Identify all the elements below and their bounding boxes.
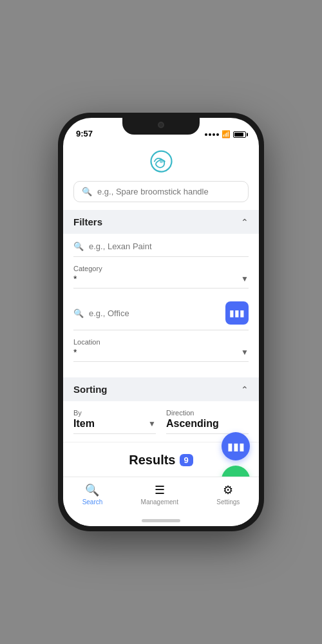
category-value: * xyxy=(73,274,77,284)
category-arrow-icon: ▼ xyxy=(241,274,249,283)
location-search-row[interactable]: 🔍 ▮▮▮ xyxy=(73,301,249,330)
wifi-icon: 📶 xyxy=(222,130,231,138)
sort-direction-label: Direction xyxy=(166,409,249,417)
search-nav-label: Search xyxy=(82,498,103,506)
sort-by-arrow-icon: ▼ xyxy=(148,419,156,428)
nav-settings[interactable]: ⚙ Settings xyxy=(216,483,240,506)
nav-management[interactable]: ☰ Management xyxy=(141,483,178,506)
notch xyxy=(122,118,200,135)
phone-frame: 9:57 📶 xyxy=(58,113,264,531)
svg-point-1 xyxy=(159,160,162,163)
bottom-nav: 🔍 Search ☰ Management ⚙ Settings xyxy=(63,477,259,516)
phone-screen: 9:57 📶 xyxy=(63,118,259,526)
results-label: Results xyxy=(129,453,175,468)
status-time: 9:57 xyxy=(76,129,93,138)
main-search-input[interactable] xyxy=(97,187,240,196)
location-arrow-icon: ▼ xyxy=(241,348,249,357)
results-count-badge: 9 xyxy=(180,454,193,466)
sorting-title: Sorting xyxy=(73,384,108,395)
logo-area xyxy=(63,141,259,181)
location-search-input[interactable] xyxy=(89,308,220,318)
search-nav-icon: 🔍 xyxy=(85,483,99,497)
battery-icon xyxy=(233,131,246,138)
signal-icon xyxy=(205,133,219,136)
management-nav-label: Management xyxy=(141,498,178,506)
scroll-area: 🔍 Filters ⌃ 🔍 Category * xyxy=(63,141,259,477)
location-search-icon: 🔍 xyxy=(73,308,84,318)
location-value: * xyxy=(73,347,77,357)
settings-nav-label: Settings xyxy=(216,498,240,506)
nav-search[interactable]: 🔍 Search xyxy=(82,483,103,506)
sort-by-field: By Item ▼ xyxy=(73,409,156,434)
results-area: Results 9 ▮▮▮ + xyxy=(63,442,259,477)
barcode-fab-button[interactable]: ▮▮▮ xyxy=(222,432,250,460)
status-icons: 📶 xyxy=(205,130,246,138)
main-search-bar[interactable]: 🔍 xyxy=(73,181,249,202)
management-nav-icon: ☰ xyxy=(155,483,165,497)
filters-body: 🔍 Category * ▼ 🔍 xyxy=(63,234,259,377)
camera xyxy=(158,122,164,128)
sort-direction-value: Ascending xyxy=(166,418,219,430)
add-item-fab-button[interactable]: + xyxy=(222,466,250,477)
item-search-input[interactable] xyxy=(89,242,249,251)
sorting-chevron-icon: ⌃ xyxy=(241,384,249,395)
filters-header[interactable]: Filters ⌃ xyxy=(63,210,259,234)
main-search-icon: 🔍 xyxy=(82,187,92,196)
home-indicator xyxy=(142,519,180,522)
sorting-row: By Item ▼ Direction Ascending xyxy=(73,409,249,434)
location-field: Location * ▼ xyxy=(73,338,249,362)
settings-nav-icon: ⚙ xyxy=(223,483,233,497)
app-logo xyxy=(144,149,179,175)
sorting-header[interactable]: Sorting ⌃ xyxy=(63,377,259,401)
category-label: Category xyxy=(73,265,249,272)
sort-direction-field: Direction Ascending xyxy=(166,409,249,434)
filters-title: Filters xyxy=(73,216,102,227)
filters-chevron-icon: ⌃ xyxy=(241,217,249,227)
location-label: Location xyxy=(73,338,249,346)
item-search-bar[interactable]: 🔍 xyxy=(73,242,249,257)
item-search-icon: 🔍 xyxy=(73,242,84,251)
category-field: Category * ▼ xyxy=(73,265,249,289)
sort-by-dropdown[interactable]: Item ▼ xyxy=(73,418,156,434)
fab-container: ▮▮▮ + xyxy=(222,432,250,477)
location-dropdown[interactable]: * ▼ xyxy=(73,347,249,362)
category-dropdown[interactable]: * ▼ xyxy=(73,274,249,289)
sort-by-label: By xyxy=(73,409,156,417)
sort-by-value: Item xyxy=(73,418,148,430)
location-barcode-button[interactable]: ▮▮▮ xyxy=(225,301,249,325)
